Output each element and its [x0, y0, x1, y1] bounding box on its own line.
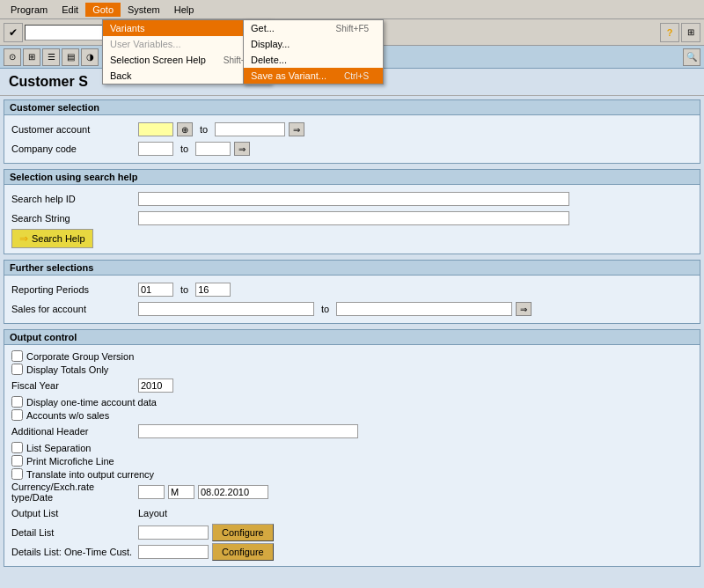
corporate-group-row: Corporate Group Version	[11, 350, 693, 362]
search-help-id-input[interactable]	[138, 192, 569, 206]
company-code-label: Company code	[11, 143, 135, 154]
nav-btn-5[interactable]: ◑	[81, 48, 99, 66]
nav-btn-4[interactable]: ▤	[62, 48, 79, 66]
menu-help[interactable]: Help	[167, 3, 202, 17]
search-help-title: Selection using search help	[4, 170, 700, 185]
further-selections-title: Further selections	[4, 261, 700, 276]
sales-account-to[interactable]	[336, 302, 512, 316]
further-selections-section: Further selections Reporting Periods to …	[4, 260, 700, 324]
detail-list-label: Detail List	[11, 527, 135, 538]
nav-btn-6[interactable]: 🔍	[683, 48, 700, 66]
command-input[interactable]	[25, 25, 113, 40]
reporting-periods-to-label: to	[180, 284, 188, 295]
details-onetime-row: Details List: One-Time Cust. Configure	[11, 543, 693, 561]
customer-account-label: Customer account	[11, 124, 135, 135]
customer-account-lookup[interactable]: ⊕	[177, 122, 193, 136]
output-list-layout-label: Layout	[138, 508, 167, 518]
customer-account-to[interactable]	[215, 122, 285, 136]
menu-program[interactable]: Program	[4, 3, 55, 17]
print-microfiche-checkbox[interactable]	[11, 455, 23, 467]
customer-selection-body: Customer account ⊕ to ⇒ Company code to …	[4, 115, 700, 163]
currency-m-input[interactable]	[168, 485, 194, 499]
variants-get-item[interactable]: Get... Shift+F5	[244, 20, 383, 36]
search-help-id-row: Search help ID	[11, 190, 693, 208]
variants-display-label: Display...	[251, 39, 290, 49]
fiscal-year-row: Fiscal Year	[11, 377, 693, 394]
reporting-periods-label: Reporting Periods	[11, 284, 135, 295]
display-onetime-label: Display one-time account data	[26, 397, 157, 408]
nav-btn-1[interactable]: ⊙	[4, 48, 21, 66]
customer-account-row: Customer account ⊕ to ⇒	[11, 121, 693, 138]
print-microfiche-label: Print Microfiche Line	[26, 456, 114, 467]
variants-save-item[interactable]: Save as Variant... Ctrl+S	[244, 68, 383, 84]
check-icon[interactable]: ✔	[4, 23, 23, 42]
menubar: Program Edit Goto System Help	[0, 0, 704, 19]
goto-back-label: Back	[110, 70, 131, 81]
translate-output-checkbox[interactable]	[11, 468, 23, 480]
corporate-group-checkbox[interactable]	[11, 350, 23, 362]
company-code-to[interactable]	[195, 142, 231, 156]
sales-account-row: Sales for account to ⇒	[11, 300, 693, 318]
configure-button-1[interactable]: Configure	[212, 524, 274, 541]
currency-date-input[interactable]	[198, 485, 268, 499]
variants-delete-item[interactable]: Delete...	[244, 52, 383, 68]
detail-list-row: Detail List Configure	[11, 524, 693, 541]
goto-selection-screen-label: Selection Screen Help	[110, 55, 206, 65]
variants-get-label: Get...	[251, 23, 275, 33]
fiscal-year-input[interactable]	[138, 379, 173, 393]
display-onetime-row: Display one-time account data	[11, 396, 693, 408]
variants-get-shortcut: Shift+F5	[336, 24, 370, 33]
menu-goto[interactable]: Goto	[85, 3, 121, 17]
menu-system[interactable]: System	[121, 3, 167, 17]
list-separation-checkbox[interactable]	[11, 442, 23, 453]
search-string-label: Search String	[11, 213, 135, 224]
currency-label: Currency/Exch.rate type/Date	[11, 481, 135, 503]
sales-account-label: Sales for account	[11, 304, 135, 314]
display-onetime-checkbox[interactable]	[11, 396, 23, 408]
output-control-section: Output control Corporate Group Version D…	[4, 329, 700, 567]
company-code-arrow[interactable]: ⇒	[234, 142, 250, 156]
goto-variants-label: Variants	[110, 23, 145, 33]
search-help-id-label: Search help ID	[11, 194, 135, 204]
main-content: Customer selection Customer account ⊕ to…	[0, 96, 704, 576]
fiscal-year-label: Fiscal Year	[11, 380, 135, 391]
details-onetime-label: Details List: One-Time Cust.	[11, 547, 135, 557]
search-string-row: Search String	[11, 209, 693, 227]
search-help-icon: ⇒	[19, 232, 28, 245]
nav-btn-2[interactable]: ⊞	[23, 48, 40, 66]
config-icon[interactable]: ⊞	[681, 23, 700, 42]
search-help-btn-row: ⇒ Search Help	[11, 229, 693, 248]
variants-save-shortcut: Ctrl+S	[344, 71, 369, 81]
company-code-from[interactable]	[138, 142, 173, 156]
variants-display-item[interactable]: Display...	[244, 36, 383, 52]
details-onetime-input[interactable]	[138, 545, 209, 559]
search-string-input[interactable]	[138, 211, 569, 225]
customer-account-arrow[interactable]: ⇒	[289, 122, 304, 136]
help-icon[interactable]: ?	[660, 23, 679, 42]
further-selections-body: Reporting Periods to Sales for account t…	[4, 276, 700, 323]
accounts-wo-sales-label: Accounts w/o sales	[26, 410, 109, 421]
translate-output-label: Translate into output currency	[26, 469, 154, 480]
configure-button-2[interactable]: Configure	[212, 543, 274, 561]
output-control-title: Output control	[4, 330, 700, 345]
search-help-body: Search help ID Search String ⇒ Search He…	[4, 185, 700, 254]
reporting-periods-to[interactable]	[195, 283, 231, 297]
list-separation-row: List Separation	[11, 442, 693, 453]
variants-submenu: Get... Shift+F5 Display... Delete... Sav…	[243, 19, 384, 85]
sales-account-arrow[interactable]: ⇒	[516, 302, 532, 316]
additional-header-row: Additional Header	[11, 423, 693, 440]
customer-account-from[interactable]	[138, 122, 173, 136]
accounts-wo-sales-checkbox[interactable]	[11, 409, 23, 421]
additional-header-input[interactable]	[138, 424, 358, 438]
display-totals-checkbox[interactable]	[11, 364, 23, 375]
currency-row: Currency/Exch.rate type/Date	[11, 481, 693, 503]
sales-account-from[interactable]	[138, 302, 314, 316]
detail-list-input[interactable]	[138, 526, 209, 540]
search-help-button[interactable]: ⇒ Search Help	[11, 229, 93, 248]
goto-user-variables-label: User Variables...	[110, 39, 181, 49]
customer-selection-title: Customer selection	[4, 100, 700, 115]
reporting-periods-from[interactable]	[138, 283, 173, 297]
currency-input[interactable]	[138, 485, 165, 499]
nav-btn-3[interactable]: ☰	[42, 48, 60, 66]
menu-edit[interactable]: Edit	[55, 3, 85, 17]
